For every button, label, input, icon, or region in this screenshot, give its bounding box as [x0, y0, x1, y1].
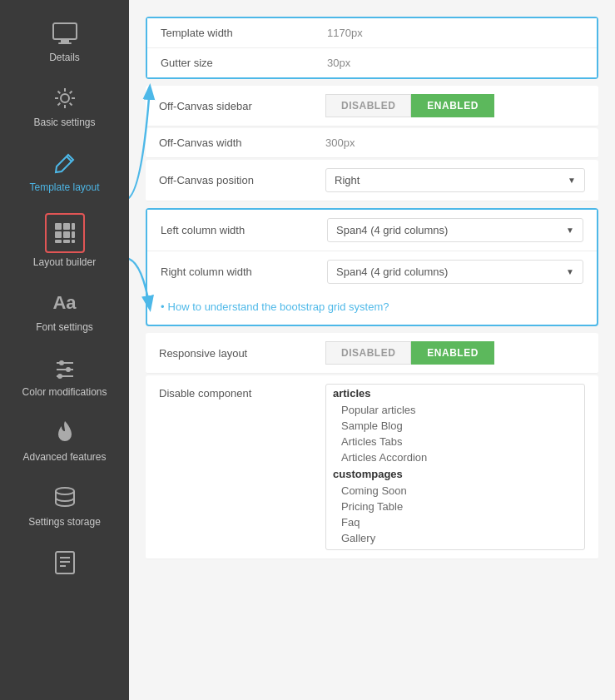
- sidebar-item-details-label: Details: [49, 52, 80, 63]
- offcanvas-position-value: Right: [335, 174, 360, 186]
- offcanvas-toggle: DISABLED ENABLED: [325, 94, 494, 117]
- sidebar-item-template-layout[interactable]: Template layout: [0, 138, 129, 203]
- responsive-layout-label: Responsive layout: [159, 347, 325, 360]
- disable-component-label: Disable component: [159, 384, 325, 400]
- template-width-value: 1170px: [327, 27, 583, 39]
- offcanvas-width-label: Off-Canvas width: [159, 137, 325, 149]
- template-width-row: Template width 1170px: [147, 18, 597, 48]
- sidebar: Details Basic settings Template layout: [0, 0, 129, 700]
- gear-icon: [50, 83, 80, 113]
- bootstrap-link[interactable]: How to understand the bootstrap grid sys…: [147, 292, 597, 325]
- sidebar-item-advanced-features-label: Advanced features: [22, 451, 106, 463]
- responsive-enabled-button[interactable]: ENABLED: [411, 341, 494, 365]
- basic-settings-group: Template width 1170px Gutter size 30px: [146, 17, 598, 79]
- sliders-icon: [50, 353, 80, 383]
- offcanvas-disabled-button[interactable]: DISABLED: [325, 94, 411, 117]
- monitor-icon: [50, 18, 80, 48]
- columns-group: Left column width Span4 (4 grid columns)…: [146, 208, 598, 326]
- component-group-djmediatools: djmediatools: [326, 546, 584, 550]
- component-item-gallery[interactable]: Gallery: [326, 530, 584, 546]
- sidebar-item-font-settings-label: Font settings: [36, 321, 93, 333]
- svg-rect-1: [61, 39, 69, 42]
- offcanvas-position-label: Off-Canvas position: [159, 174, 325, 186]
- sidebar-item-basic-settings-label: Basic settings: [33, 117, 95, 128]
- svg-point-3: [61, 94, 69, 102]
- component-item-articles-tabs[interactable]: Articles Tabs: [326, 434, 584, 449]
- sidebar-item-color-modifications-label: Color modifications: [22, 386, 107, 398]
- main-content: Template width 1170px Gutter size 30px O…: [129, 0, 615, 700]
- pen-icon: [50, 148, 80, 178]
- responsive-layout-row: Responsive layout DISABLED ENABLED: [146, 333, 598, 374]
- right-col-value: Span4 (4 grid columns): [336, 266, 448, 278]
- font-icon: Aa: [50, 288, 80, 318]
- database-icon: [50, 483, 80, 513]
- layout-builder-icon-box: [45, 213, 85, 253]
- svg-rect-11: [63, 240, 70, 243]
- svg-point-19: [56, 488, 74, 494]
- svg-rect-7: [55, 231, 62, 238]
- component-group-custompages: custompages: [326, 465, 584, 483]
- sidebar-item-advanced-features[interactable]: Advanced features: [0, 408, 129, 473]
- sidebar-item-color-modifications[interactable]: Color modifications: [0, 343, 129, 408]
- left-col-dropdown[interactable]: Span4 (4 grid columns) ▼: [327, 218, 583, 242]
- left-col-value: Span4 (4 grid columns): [336, 224, 448, 236]
- component-group-articles: articles: [326, 385, 584, 402]
- offcanvas-width-value: 300px: [325, 137, 585, 149]
- right-col-label: Right column width: [161, 266, 327, 278]
- bootstrap-link-text: How to understand the bootstrap grid sys…: [168, 300, 389, 313]
- gutter-size-row: Gutter size 30px: [147, 48, 597, 77]
- right-col-arrow-icon: ▼: [566, 267, 574, 276]
- svg-point-18: [57, 374, 62, 379]
- offcanvas-width-row: Off-Canvas width 300px: [146, 128, 598, 158]
- component-item-popular-articles[interactable]: Popular articles: [326, 402, 584, 418]
- offcanvas-sidebar-label: Off-Canvas sidebar: [159, 100, 325, 112]
- offcanvas-position-dropdown[interactable]: Right ▼: [325, 168, 585, 192]
- component-item-coming-soon[interactable]: Coming Soon: [326, 483, 584, 499]
- svg-rect-10: [55, 240, 62, 243]
- right-col-dropdown[interactable]: Span4 (4 grid columns) ▼: [327, 260, 583, 284]
- responsive-toggle: DISABLED ENABLED: [325, 341, 494, 365]
- component-item-faq[interactable]: Faq: [326, 514, 584, 530]
- offcanvas-position-row: Off-Canvas position Right ▼: [146, 160, 598, 201]
- sidebar-item-basic-settings[interactable]: Basic settings: [0, 73, 129, 138]
- template-width-label: Template width: [161, 27, 327, 39]
- svg-rect-2: [58, 42, 72, 44]
- component-item-articles-accordion[interactable]: Articles Accordion: [326, 449, 584, 465]
- sidebar-item-settings-storage-label: Settings storage: [28, 516, 101, 528]
- component-list[interactable]: articles Popular articles Sample Blog Ar…: [325, 384, 585, 550]
- svg-point-16: [66, 367, 71, 372]
- offcanvas-enabled-button[interactable]: ENABLED: [411, 94, 494, 117]
- svg-point-14: [59, 360, 64, 365]
- dropdown-arrow-icon: ▼: [568, 176, 576, 185]
- document-icon: [50, 548, 80, 578]
- left-col-row: Left column width Span4 (4 grid columns)…: [147, 210, 597, 251]
- left-col-label: Left column width: [161, 224, 327, 236]
- svg-rect-4: [55, 223, 62, 230]
- component-item-pricing-table[interactable]: Pricing Table: [326, 499, 584, 514]
- svg-rect-5: [63, 223, 70, 230]
- left-col-arrow-icon: ▼: [566, 226, 574, 235]
- sidebar-item-layout-builder-label: Layout builder: [33, 256, 96, 268]
- svg-rect-8: [63, 231, 70, 238]
- grid-icon: [50, 218, 80, 248]
- sidebar-item-settings-storage[interactable]: Settings storage: [0, 473, 129, 538]
- gutter-size-value: 30px: [327, 57, 583, 69]
- offcanvas-sidebar-row: Off-Canvas sidebar DISABLED ENABLED: [146, 86, 598, 127]
- fire-icon: [50, 418, 80, 448]
- sidebar-item-docs[interactable]: [0, 538, 129, 588]
- gutter-size-label: Gutter size: [161, 57, 327, 69]
- sidebar-item-font-settings[interactable]: Aa Font settings: [0, 278, 129, 343]
- sidebar-item-layout-builder[interactable]: Layout builder: [0, 203, 129, 278]
- component-item-sample-blog[interactable]: Sample Blog: [326, 418, 584, 434]
- svg-rect-12: [72, 240, 75, 243]
- sidebar-item-template-layout-label: Template layout: [29, 181, 99, 193]
- svg-rect-0: [53, 23, 77, 39]
- svg-rect-6: [72, 223, 75, 230]
- responsive-disabled-button[interactable]: DISABLED: [325, 341, 411, 365]
- sidebar-item-details[interactable]: Details: [0, 8, 129, 73]
- right-col-row: Right column width Span4 (4 grid columns…: [147, 251, 597, 292]
- svg-rect-9: [72, 231, 75, 238]
- disable-component-row: Disable component articles Popular artic…: [146, 375, 598, 559]
